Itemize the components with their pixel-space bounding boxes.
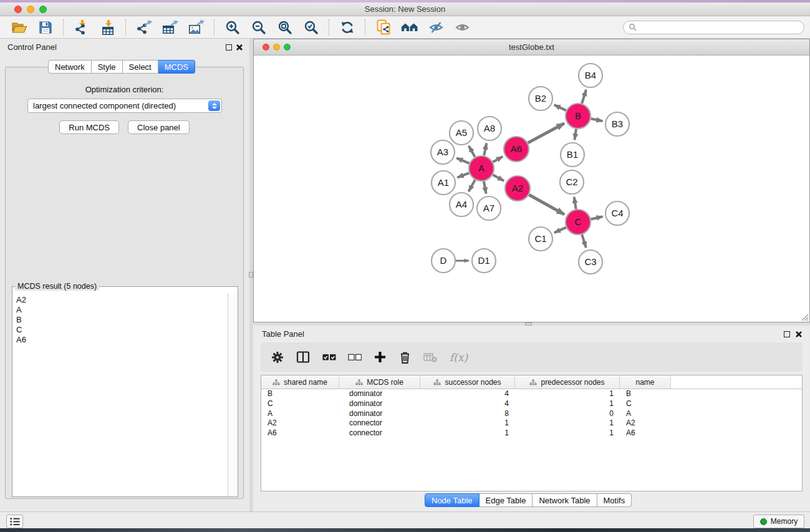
float-panel-icon[interactable] (784, 331, 790, 337)
tab-network-table[interactable]: Network Table (533, 493, 597, 507)
column-header-name[interactable]: name (620, 375, 671, 389)
graph-node-A4[interactable]: A4 (450, 193, 473, 216)
delete-table-button[interactable] (423, 352, 438, 363)
graph-node-D1[interactable]: D1 (472, 249, 496, 273)
mcds-result-item[interactable]: A (16, 305, 228, 315)
graph-edge-B-B3[interactable] (591, 118, 603, 121)
table-row[interactable]: Bdominator41B (261, 389, 802, 399)
graph-node-A8[interactable]: A8 (478, 117, 501, 140)
import-table-button[interactable] (97, 17, 119, 37)
result-list-scrollbar[interactable] (228, 293, 237, 496)
memory-button[interactable]: Memory (753, 515, 804, 528)
graph-edge-B-B1[interactable] (574, 129, 576, 140)
graph-edge-B-B4[interactable] (582, 90, 586, 104)
column-header-MCDS-role[interactable]: MCDS role (339, 375, 420, 389)
graph-edge-C-C3[interactable] (582, 235, 586, 248)
mcds-result-list[interactable]: A2ABCA6 (13, 293, 228, 496)
table-options-button[interactable] (271, 351, 284, 364)
zoom-selected-button[interactable] (300, 17, 322, 37)
graph-node-C3[interactable]: C3 (579, 250, 602, 274)
graph-node-A6[interactable]: A6 (504, 137, 529, 162)
graph-node-C1[interactable]: C1 (529, 227, 552, 251)
graph-node-B4[interactable]: B4 (579, 64, 602, 87)
hide-selected-button[interactable] (425, 17, 447, 37)
graph-node-D[interactable]: D (432, 249, 455, 273)
graph-edge-A-A1[interactable] (457, 173, 469, 177)
graph-node-C4[interactable]: C4 (605, 201, 629, 225)
graph-node-B1[interactable]: B1 (561, 143, 584, 167)
graph-node-B2[interactable]: B2 (529, 87, 552, 110)
graph-edge-A-A3[interactable] (456, 158, 470, 163)
search-input[interactable] (637, 21, 804, 34)
function-builder-button[interactable]: f(x) (450, 351, 468, 364)
import-network-button[interactable] (70, 17, 93, 37)
mcds-result-item[interactable]: B (16, 315, 228, 325)
graph-edge-A-A7[interactable] (484, 181, 486, 194)
delete-column-button[interactable] (398, 351, 412, 364)
graph-node-A[interactable]: A (469, 156, 494, 181)
zoom-in-button[interactable] (221, 17, 244, 37)
mcds-result-item[interactable]: A6 (16, 335, 228, 345)
select-all-button[interactable] (322, 354, 336, 361)
table-row[interactable]: A6connector11A6 (261, 428, 802, 438)
close-panel-button[interactable]: Close panel (128, 120, 190, 134)
criterion-select[interactable]: largest connected component (directed) (27, 99, 222, 113)
mcds-result-item[interactable]: C (16, 325, 228, 335)
network-graph[interactable]: A5A8A3A1A4A7AA6A2B2B4BB3B1C2C4CC1C3DD1 (254, 56, 809, 322)
show-all-button[interactable] (451, 17, 473, 37)
graph-node-B[interactable]: B (566, 104, 591, 128)
export-table-button[interactable] (159, 17, 181, 37)
table-row[interactable]: A2connector11A2 (261, 418, 802, 428)
graph-node-C[interactable]: C (566, 210, 591, 235)
tab-mcds[interactable]: MCDS (158, 60, 195, 74)
window-resize-grip[interactable] (800, 312, 809, 321)
task-history-button[interactable] (6, 515, 23, 528)
float-panel-icon[interactable] (226, 44, 232, 51)
graph-node-A7[interactable]: A7 (477, 196, 501, 220)
add-column-button[interactable] (374, 351, 387, 364)
graph-edge-A-A5[interactable] (469, 146, 475, 157)
tab-network[interactable]: Network (48, 60, 92, 74)
network-canvas[interactable]: A5A8A3A1A4A7AA6A2B2B4BB3B1C2C4CC1C3DD1 (254, 56, 809, 322)
zoom-out-button[interactable] (248, 17, 270, 37)
node-table[interactable]: shared nameMCDS rolesuccessor nodesprede… (261, 375, 803, 491)
save-session-button[interactable] (34, 17, 57, 37)
tab-node-table[interactable]: Node Table (425, 493, 480, 507)
tab-select[interactable]: Select (123, 60, 158, 74)
graph-node-A2[interactable]: A2 (505, 176, 530, 201)
graph-edge-A-A4[interactable] (469, 180, 475, 191)
graph-edge-C-C4[interactable] (591, 216, 602, 219)
refresh-view-button[interactable] (336, 17, 359, 37)
show-columns-button[interactable] (296, 351, 311, 364)
graph-edge-B-B2[interactable] (554, 105, 566, 110)
graph-node-A3[interactable]: A3 (431, 140, 455, 164)
close-panel-icon[interactable] (795, 331, 803, 338)
graph-edge-A-A6[interactable] (493, 157, 503, 162)
graph-edge-C-C2[interactable] (574, 197, 576, 210)
graph-node-A5[interactable]: A5 (450, 121, 473, 145)
deselect-all-button[interactable] (348, 354, 362, 361)
new-network-from-selection-button[interactable] (372, 17, 395, 37)
run-mcds-button[interactable]: Run MCDS (59, 120, 119, 134)
table-row[interactable]: Adominator80A (261, 409, 802, 419)
graph-node-C2[interactable]: C2 (560, 170, 584, 194)
column-header-predecessor-nodes[interactable]: predecessor nodes (515, 375, 620, 389)
close-panel-icon[interactable] (236, 44, 243, 51)
graph-node-B3[interactable]: B3 (605, 112, 629, 136)
open-session-button[interactable] (8, 17, 31, 37)
column-header-successor-nodes[interactable]: successor nodes (420, 375, 515, 389)
tab-edge-table[interactable]: Edge Table (480, 493, 533, 507)
graph-edge-A-A2[interactable] (493, 175, 504, 181)
export-network-button[interactable] (133, 17, 155, 37)
graph-node-A1[interactable]: A1 (432, 171, 455, 195)
mcds-result-item[interactable]: A2 (16, 295, 228, 305)
graph-edge-C-C1[interactable] (554, 228, 566, 233)
zoom-fit-button[interactable] (274, 17, 296, 37)
tab-motifs[interactable]: Motifs (597, 493, 632, 507)
graph-edge-A6-B[interactable] (528, 123, 564, 143)
graph-edge-A2-C[interactable] (529, 195, 564, 215)
export-image-button[interactable] (185, 17, 208, 37)
first-neighbors-button[interactable] (398, 17, 421, 37)
column-header-shared-name[interactable]: shared name (261, 375, 339, 389)
graph-edge-A-A8[interactable] (484, 143, 486, 156)
